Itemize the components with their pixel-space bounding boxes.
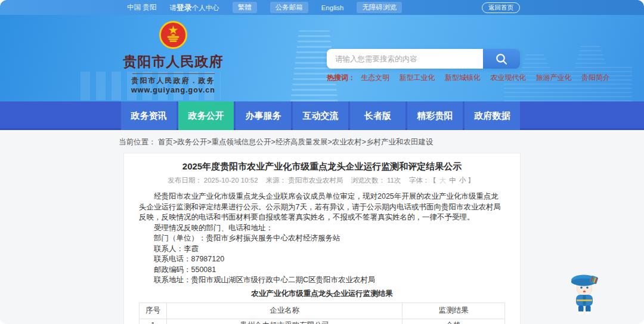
- page: 中国 贵阳 请登录个人中心 繁體 公务邮箱 English 无障碍浏览 返回首页…: [0, 0, 644, 324]
- national-emblem-icon: [159, 20, 187, 50]
- topbar: 中国 贵阳 请登录个人中心 繁體 公务邮箱 English 无障碍浏览 返回首页: [0, 0, 644, 15]
- font-size-medium-button[interactable]: 中: [449, 177, 456, 184]
- topbar-link-region[interactable]: 中国 贵阳: [127, 3, 156, 12]
- views-value: 11次: [387, 177, 401, 184]
- search-icon: [495, 53, 508, 66]
- topbar-link-login[interactable]: 请登录个人中心: [169, 2, 219, 13]
- font-size-label-end: 】: [467, 177, 475, 184]
- publish-date: 2025-10-20 10:52: [204, 177, 258, 184]
- main-nav: 政务资讯 政务公开 办事服务 互动交流 长者版 精彩贵阳 政府数据: [0, 101, 644, 130]
- breadcrumb-label: 当前位置：: [119, 138, 156, 146]
- font-size-small-button[interactable]: 小: [459, 177, 466, 184]
- cell-company: 贵州合力超市采购有限公司: [166, 319, 402, 324]
- article-paragraph: 联系人：李霞: [139, 244, 505, 255]
- hot-words: 热搜词： 生态文明 新型工业化 新型城镇化 农业现代化 旅游产业化 贵阳简介: [327, 73, 520, 83]
- article-paragraph: 邮政编码：550081: [139, 265, 505, 276]
- header-cell-index: 序号: [140, 303, 167, 319]
- mascot-icon: [566, 271, 605, 316]
- login-text-bold: 登录: [177, 3, 192, 12]
- login-text-post: 个人中心: [192, 4, 219, 11]
- topbar-links: 中国 贵阳 请登录个人中心 繁體 公务邮箱 English 无障碍浏览: [127, 2, 402, 13]
- search-area: 热搜词： 生态文明 新型工业化 新型城镇化 农业现代化 旅游产业化 贵阳简介: [327, 49, 520, 83]
- header-cell-result: 监测结果: [402, 303, 505, 319]
- hot-word-link[interactable]: 旅游产业化: [536, 73, 572, 82]
- brand-divider: [132, 73, 215, 74]
- article-meta: 发布日期：2025-10-20 10:52 来源：贵阳市农业农村局 浏览次数：1…: [139, 176, 505, 185]
- article-body: 经贵阳市农业产业化市级重点龙头企业联席会议成员单位审定，现对2025年开展的农业…: [139, 192, 505, 286]
- publish-date-label: 发布日期：: [168, 177, 202, 184]
- mascot-assistant[interactable]: [566, 271, 605, 316]
- site-url: www.guiyang.gov.cn: [109, 86, 237, 94]
- hot-word-link[interactable]: 生态文明: [361, 73, 389, 82]
- topbar-link-traditional[interactable]: 繁體: [233, 2, 257, 13]
- search-button[interactable]: [483, 49, 520, 69]
- nav-item-lzb[interactable]: 长者版: [350, 101, 405, 130]
- nav-item-bsfw[interactable]: 办事服务: [236, 101, 291, 130]
- search-input[interactable]: [327, 49, 483, 69]
- site-title: 贵阳市人民政府: [109, 53, 237, 71]
- table-header-row: 序号 企业名称 监测结果: [140, 303, 505, 319]
- hot-word-link[interactable]: 贵阳简介: [581, 73, 610, 82]
- views-label: 浏览次数：: [351, 177, 386, 184]
- article-paragraph: 联系地址：贵阳市观山湖区市级行政中心二期C区贵阳市农业农村局: [139, 275, 505, 286]
- topbar-link-mail[interactable]: 公务邮箱: [270, 2, 308, 13]
- nav-items: 政务资讯 政务公开 办事服务 互动交流 长者版 精彩贵阳 政府数据: [121, 101, 520, 130]
- article-title: 2025年度贵阳市农业产业化市级重点龙头企业运行监测和评定结果公示: [139, 161, 505, 172]
- article-card: 2025年度贵阳市农业产业化市级重点龙头企业运行监测和评定结果公示 发布日期：2…: [123, 153, 521, 324]
- hot-words-label: 热搜词：: [327, 73, 355, 82]
- result-table-caption: 农业产业化市级重点龙头企业运行监测结果: [139, 289, 505, 299]
- site-subtitle: 贵阳市人民政府．政务: [109, 76, 237, 86]
- topbar-link-accessibility[interactable]: 无障碍浏览: [357, 2, 402, 13]
- source-value: 贵阳市农业农村局: [288, 177, 343, 184]
- nav-item-hdjl[interactable]: 互动交流: [293, 101, 348, 130]
- breadcrumb: 当前位置： 首页>政务公开>重点领域信息公开>经济高质量发展>农业农村>乡村产业…: [119, 137, 433, 147]
- monitoring-result-table: 序号 企业名称 监测结果 1 贵州合力超市采购有限公司 合格 2 贵州友禾种业有…: [139, 303, 505, 324]
- hot-word-link[interactable]: 新型城镇化: [445, 73, 481, 82]
- article-paragraph: 经贵阳市农业产业化市级重点龙头企业联席会议成员单位审定，现对2025年开展的农业…: [139, 192, 505, 223]
- header-cell-company: 企业名称: [166, 303, 402, 319]
- nav-item-zfsj[interactable]: 政府数据: [465, 101, 520, 130]
- hot-word-link[interactable]: 农业现代化: [490, 73, 526, 82]
- cell-result: 合格: [402, 319, 505, 324]
- font-size-label: 字体：【: [409, 177, 436, 184]
- cell-index: 1: [140, 319, 167, 324]
- nav-item-jcgy[interactable]: 精彩贵阳: [407, 101, 463, 130]
- breadcrumb-path[interactable]: 首页>政务公开>重点领域信息公开>经济高质量发展>农业农村>乡村产业和农田建设: [158, 138, 434, 146]
- hot-word-link[interactable]: 新型工业化: [400, 73, 435, 82]
- site-logo[interactable]: 贵阳市人民政府 贵阳市人民政府．政务 www.guiyang.gov.cn: [109, 20, 237, 94]
- source-label: 来源：: [266, 177, 287, 184]
- article-paragraph: 部门（单位）：贵阳市乡村振兴服务中心农村经济服务站: [139, 233, 505, 244]
- topbar-link-english[interactable]: English: [321, 4, 344, 11]
- font-size-large-button[interactable]: 大: [439, 177, 447, 184]
- table-row: 1 贵州合力超市采购有限公司 合格: [140, 319, 505, 324]
- search-box: [327, 49, 520, 69]
- header-banner: 贵阳市人民政府 贵阳市人民政府．政务 www.guiyang.gov.cn 热搜…: [0, 15, 644, 101]
- article-paragraph: 受理情况反映的部门、电话和地址：: [139, 223, 505, 234]
- nav-item-zwzx[interactable]: 政务资讯: [121, 101, 177, 130]
- back-home-button[interactable]: 返回首页: [482, 2, 520, 13]
- article-paragraph: 联系电话：87987120: [139, 254, 505, 265]
- nav-item-zwgk[interactable]: 政务公开: [178, 101, 234, 130]
- login-text-pre: 请: [169, 4, 177, 11]
